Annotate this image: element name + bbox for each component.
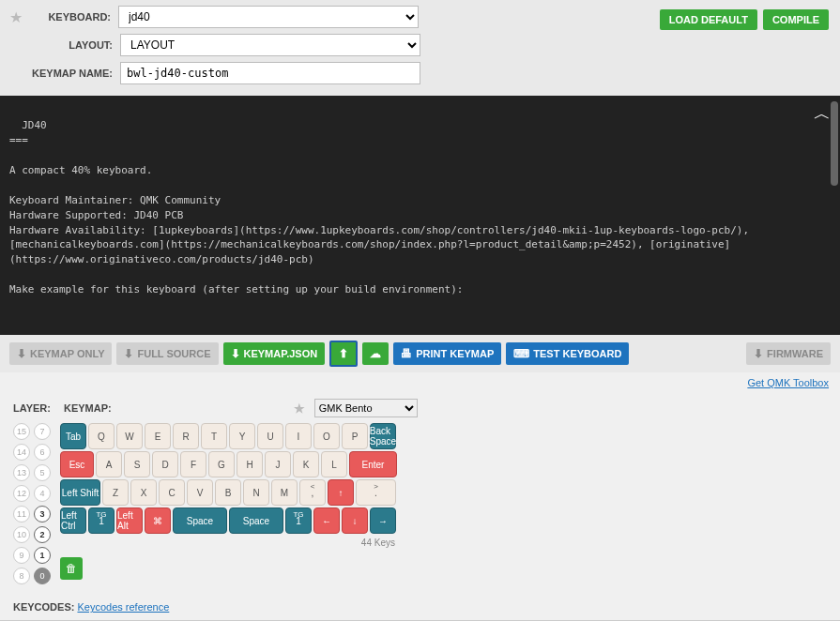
key-u[interactable]: U (257, 423, 283, 449)
keymap-json-button[interactable]: ⬇KEYMAP.JSON (223, 342, 326, 365)
layer-4[interactable]: 4 (34, 485, 51, 502)
key-w[interactable]: W (116, 423, 143, 449)
key-q[interactable]: Q (88, 423, 115, 449)
layout-select[interactable]: LAYOUT (120, 34, 420, 56)
key-1[interactable]: TG1 (285, 507, 312, 534)
key-↑[interactable]: ↑ (328, 479, 354, 506)
key-s[interactable]: S (124, 451, 150, 477)
keymap-name-input[interactable] (120, 62, 420, 84)
key-y[interactable]: Y (229, 423, 255, 449)
print-keymap-button[interactable]: 🖶PRINT KEYMAP (393, 342, 501, 365)
key-left-alt[interactable]: Left Alt (116, 507, 143, 534)
key-t[interactable]: T (201, 423, 227, 449)
key-k[interactable]: K (293, 451, 319, 477)
layer-9[interactable]: 9 (13, 547, 30, 564)
layer-7[interactable]: 7 (34, 423, 51, 440)
layer-8[interactable]: 8 (13, 568, 30, 584)
keycodes-reference-link[interactable]: Keycodes reference (77, 601, 169, 613)
download-icon: ⬇ (754, 347, 763, 360)
key-back-space[interactable]: Back Space (370, 423, 396, 449)
key-n[interactable]: N (243, 479, 269, 506)
layer-5[interactable]: 5 (34, 464, 51, 481)
layer-column: 1571461351241131029180 (13, 423, 51, 584)
key-e[interactable]: E (145, 423, 171, 449)
key-↓[interactable]: ↓ (342, 507, 368, 534)
keymap-only-button[interactable]: ⬇KEYMAP ONLY (9, 342, 112, 365)
key-g[interactable]: G (208, 451, 235, 477)
key-enter[interactable]: Enter (349, 451, 397, 477)
readme-scrollbar[interactable] (831, 101, 838, 186)
key-1[interactable]: TG1 (88, 507, 115, 534)
key-f[interactable]: F (180, 451, 206, 477)
firmware-button[interactable]: ⬇FIRMWARE (746, 342, 831, 365)
layer-15[interactable]: 15 (13, 423, 30, 440)
key-esc[interactable]: Esc (60, 451, 94, 477)
download-icon: ⬇ (231, 347, 240, 360)
keyboard-label: KEYBOARD: (28, 11, 118, 23)
keymap-name-label: KEYMAP NAME: (9, 68, 120, 79)
test-keyboard-button[interactable]: ⌨TEST KEYBOARD (506, 342, 629, 365)
key-l[interactable]: L (321, 451, 347, 477)
key-,[interactable]: <, (299, 479, 326, 506)
trash-button[interactable]: 🗑 (60, 557, 83, 580)
key-z[interactable]: Z (102, 479, 129, 506)
readme-text: JD40 === A compact 40% keyboard. Keyboar… (9, 119, 756, 295)
upload-icon: ⬆ (339, 347, 348, 360)
key-space[interactable]: Space (229, 507, 283, 534)
keymap-label: KEYMAP: (64, 402, 112, 414)
chevron-up-icon[interactable]: ︿ (814, 101, 831, 126)
key-tab[interactable]: Tab (60, 423, 86, 449)
upload-json-button[interactable]: ⬆ (329, 341, 358, 367)
key-v[interactable]: V (187, 479, 213, 506)
keyboard-select[interactable]: jd40 (118, 6, 419, 28)
key-j[interactable]: J (265, 451, 291, 477)
key-h[interactable]: H (237, 451, 263, 477)
layer-2[interactable]: 2 (34, 526, 51, 543)
key-a[interactable]: A (96, 451, 122, 477)
full-source-button[interactable]: ⬇FULL SOURCE (116, 342, 218, 365)
layer-label: LAYER: (13, 402, 51, 414)
layer-14[interactable]: 14 (13, 444, 30, 461)
favorite-star-icon[interactable]: ★ (9, 8, 23, 26)
layer-6[interactable]: 6 (34, 444, 51, 461)
key-m[interactable]: M (271, 479, 298, 506)
key-⌘[interactable]: ⌘ (145, 507, 171, 534)
key-d[interactable]: D (152, 451, 178, 477)
key-count: 44 Keys (60, 534, 397, 552)
key-o[interactable]: O (313, 423, 340, 449)
trash-icon: 🗑 (66, 562, 77, 575)
key-←[interactable]: ← (313, 507, 340, 534)
layer-11[interactable]: 11 (13, 506, 30, 523)
key-left-shift[interactable]: Left Shift (60, 479, 100, 506)
layer-10[interactable]: 10 (13, 526, 30, 543)
cloud-button[interactable]: ☁ (362, 342, 389, 365)
layer-12[interactable]: 12 (13, 485, 30, 502)
layout-label: LAYOUT: (9, 39, 120, 51)
qmk-toolbox-link[interactable]: Get QMK Toolbox (747, 377, 829, 388)
download-icon: ⬇ (17, 347, 26, 360)
load-default-button[interactable]: LOAD DEFAULT (660, 9, 757, 30)
key-.[interactable]: >. (356, 479, 396, 506)
keyboard-icon: ⌨ (513, 347, 529, 360)
compile-button[interactable]: COMPILE (763, 9, 829, 30)
layer-0[interactable]: 0 (34, 568, 51, 584)
layer-13[interactable]: 13 (13, 464, 30, 481)
key-c[interactable]: C (159, 479, 185, 506)
key-r[interactable]: R (173, 423, 199, 449)
colorway-star-icon[interactable]: ★ (294, 401, 305, 416)
download-icon: ⬇ (124, 347, 133, 360)
layer-1[interactable]: 1 (34, 547, 51, 564)
key-left-ctrl[interactable]: Left Ctrl (60, 507, 86, 534)
key-x[interactable]: X (130, 479, 157, 506)
key-b[interactable]: B (215, 479, 241, 506)
layer-3[interactable]: 3 (34, 506, 51, 523)
key-→[interactable]: → (370, 507, 396, 534)
cloud-icon: ☁ (370, 347, 381, 360)
key-space[interactable]: Space (173, 507, 227, 534)
keyboard-layout: TabQWERTYUIOPBack SpaceEscASDFGHJKLEnter… (60, 423, 397, 534)
colorway-select[interactable]: GMK Bento (314, 399, 418, 417)
readme-panel: JD40 === A compact 40% keyboard. Keyboar… (0, 96, 840, 335)
key-p[interactable]: P (342, 423, 368, 449)
key-i[interactable]: I (285, 423, 312, 449)
print-icon: 🖶 (401, 347, 412, 360)
